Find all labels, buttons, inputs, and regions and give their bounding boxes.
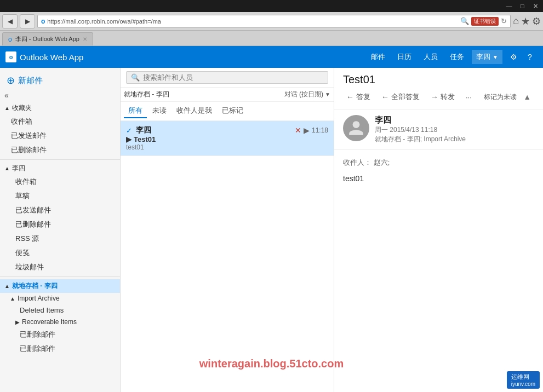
sidebar-item-user-junk[interactable]: 垃圾邮件 <box>0 260 120 274</box>
email-subject-text: Test01 <box>134 135 156 143</box>
minimize-button[interactable]: — <box>502 1 516 11</box>
sidebar-user-section: ▲ 李四 收件箱 草稿 已发送邮件 已删除邮件 RSS 源 便笺 垃圾邮件 <box>0 162 120 274</box>
reply-label: 答复 <box>356 92 370 102</box>
sidebar: ⊕ 新邮件 « ▲ 收藏夹 收件箱 已发送邮件 已删除邮件 ▲ <box>0 68 121 392</box>
person-icon <box>347 119 365 137</box>
restore-button[interactable]: □ <box>516 1 529 11</box>
from-detail: 就地存档 - 李四; Import Archive <box>375 135 534 144</box>
email-content: test01 <box>343 174 534 183</box>
favorites-header[interactable]: ▲ 收藏夹 <box>0 102 120 114</box>
nav-calendar[interactable]: 日历 <box>393 50 416 64</box>
tab-to-me[interactable]: 收件人是我 <box>172 104 216 118</box>
sidebar-item-archived-deleted1[interactable]: 已删除邮件 <box>0 327 120 342</box>
more-actions-button[interactable]: ··· <box>462 91 475 103</box>
reply-button[interactable]: ← 答复 <box>343 90 374 103</box>
filter-tabs: 所有 未读 收件人是我 已标记 <box>121 102 334 121</box>
expand-button[interactable]: ▲ <box>520 91 534 102</box>
back-button[interactable]: ◀ <box>2 14 18 28</box>
sidebar-item-favorites-inbox[interactable]: 收件箱 <box>0 114 120 129</box>
sidebar-item-user-rss[interactable]: RSS 源 <box>0 232 120 246</box>
archive-arrow: ▲ <box>4 283 10 289</box>
email-body: 收件人： 赵六; test01 <box>334 150 543 392</box>
filter-bar: 就地存档 - 李四 对话 (按日期) ▼ <box>121 88 334 102</box>
home-icon[interactable]: ⌂ <box>513 15 519 27</box>
sidebar-item-user-inbox[interactable]: 收件箱 <box>0 175 120 189</box>
sidebar-item-archived-deleted2[interactable]: 已删除邮件 <box>0 342 120 356</box>
import-archive-header[interactable]: ▲ Import Archive <box>0 293 120 304</box>
new-email-label: 新邮件 <box>18 76 43 86</box>
sidebar-item-user-drafts[interactable]: 草稿 <box>0 189 120 203</box>
email-sender: 李四 <box>136 125 151 135</box>
reply-all-button[interactable]: ← 全部答复 <box>378 90 423 103</box>
tab-unread[interactable]: 未读 <box>148 104 171 118</box>
user-name: 李四 <box>476 52 490 62</box>
close-button[interactable]: ✕ <box>529 1 542 11</box>
forward-button[interactable]: → 转发 <box>427 90 458 103</box>
search-input[interactable] <box>143 73 323 82</box>
user-menu[interactable]: 李四 ▼ <box>472 50 502 64</box>
settings-icon[interactable]: ⚙ <box>532 15 541 27</box>
sender-avatar <box>343 115 369 141</box>
import-archive-label: Import Archive <box>18 295 60 302</box>
tab-all[interactable]: 所有 <box>124 104 147 118</box>
sidebar-item-favorites-sent[interactable]: 已发送邮件 <box>0 129 120 143</box>
sidebar-item-user-notes[interactable]: 便笺 <box>0 246 120 260</box>
sidebar-divider-2 <box>0 276 120 277</box>
sort-dropdown[interactable]: 对话 (按日期) ▼ <box>284 90 330 99</box>
help-question-icon[interactable]: ? <box>522 49 538 65</box>
email-actions: ✕ ▶ 11:18 <box>295 126 328 135</box>
mark-unread-button[interactable]: 标记为未读 <box>484 93 517 102</box>
email-subject-row: ▶ Test01 <box>126 135 328 143</box>
collapse-button[interactable]: « <box>0 90 120 101</box>
settings-gear-icon[interactable]: ⚙ <box>506 49 521 65</box>
search-bar[interactable]: 🔍 <box>126 71 328 84</box>
sidebar-item-user-sent[interactable]: 已发送邮件 <box>0 203 120 217</box>
tab-flagged[interactable]: 已标记 <box>218 104 248 118</box>
refresh-icon[interactable]: ↻ <box>501 17 507 25</box>
email-item-0[interactable]: ✓ 李四 ✕ ▶ 11:18 ▶ Test01 test01 <box>121 121 334 156</box>
sidebar-favorites-section: ▲ 收藏夹 收件箱 已发送邮件 已删除邮件 <box>0 102 120 157</box>
bottom-logo: 运维网 iyunv.com <box>507 371 540 389</box>
recoverable-items-header[interactable]: ▶ Recoverable Items <box>0 316 120 327</box>
favorites-label: 收藏夹 <box>12 103 32 113</box>
email-list-panel: 🔍 就地存档 - 李四 对话 (按日期) ▼ 所有 未读 收件人是我 已标记 <box>121 68 334 392</box>
app-logo: o Outlook Web App <box>5 51 83 62</box>
chevron-down-icon: ▼ <box>493 54 498 60</box>
header-nav: 邮件 日历 人员 任务 李四 ▼ ⚙ ? <box>367 49 538 65</box>
forward-button[interactable]: ▶ <box>20 14 35 28</box>
from-date: 周一 2015/4/13 11:18 <box>375 125 534 135</box>
tab-favicon: o <box>8 36 12 43</box>
new-email-button[interactable]: ⊕ 新邮件 <box>0 71 120 90</box>
archive-label: 就地存档 - 李四 <box>12 281 58 291</box>
nav-mail[interactable]: 邮件 <box>367 50 390 64</box>
email-to: 收件人： 赵六; <box>343 158 534 168</box>
nav-people[interactable]: 人员 <box>419 50 442 64</box>
nav-tasks[interactable]: 任务 <box>445 50 468 64</box>
forward-icon[interactable]: ▶ <box>304 126 310 135</box>
recoverable-items-label: Recoverable Items <box>22 318 77 326</box>
archive-section-header[interactable]: ▲ 就地存档 - 李四 <box>0 279 120 293</box>
collapse-icon: « <box>4 91 9 100</box>
tab-close-button[interactable]: ✕ <box>83 36 87 42</box>
tab-1[interactable]: o 李四 - Outlook Web App ✕ <box>2 32 93 45</box>
email-preview: test01 <box>126 143 328 151</box>
to-label: 收件人： <box>343 158 371 166</box>
address-bar: o https://mail.corp.robin.com/owa/#path=… <box>37 15 511 28</box>
search-icon: 🔍 <box>131 73 140 82</box>
cert-error-badge: 证书错误 <box>471 17 499 26</box>
user-section-header[interactable]: ▲ 李四 <box>0 162 120 175</box>
sidebar-item-favorites-deleted[interactable]: 已删除邮件 <box>0 143 120 157</box>
bookmark-icon[interactable]: ★ <box>521 15 530 27</box>
more-icon: ··· <box>466 93 472 101</box>
email-time: 11:18 <box>312 126 328 134</box>
from-name: 李四 <box>375 115 534 125</box>
delete-icon[interactable]: ✕ <box>295 126 301 135</box>
sidebar-item-user-deleted[interactable]: 已删除邮件 <box>0 217 120 232</box>
email-meta-info: 李四 周一 2015/4/13 11:18 就地存档 - 李四; Import … <box>375 115 534 144</box>
filter-location-bar: 就地存档 - 李四 <box>124 90 169 99</box>
outlook-logo-icon: o <box>5 51 16 62</box>
sidebar-archive-section: ▲ 就地存档 - 李四 ▲ Import Archive Deleted Ite… <box>0 279 120 356</box>
sidebar-item-deleted-items[interactable]: Deleted Items <box>0 304 120 316</box>
reply-all-arrow-icon: ← <box>381 93 389 101</box>
chevron-down-icon: ▼ <box>325 91 330 97</box>
